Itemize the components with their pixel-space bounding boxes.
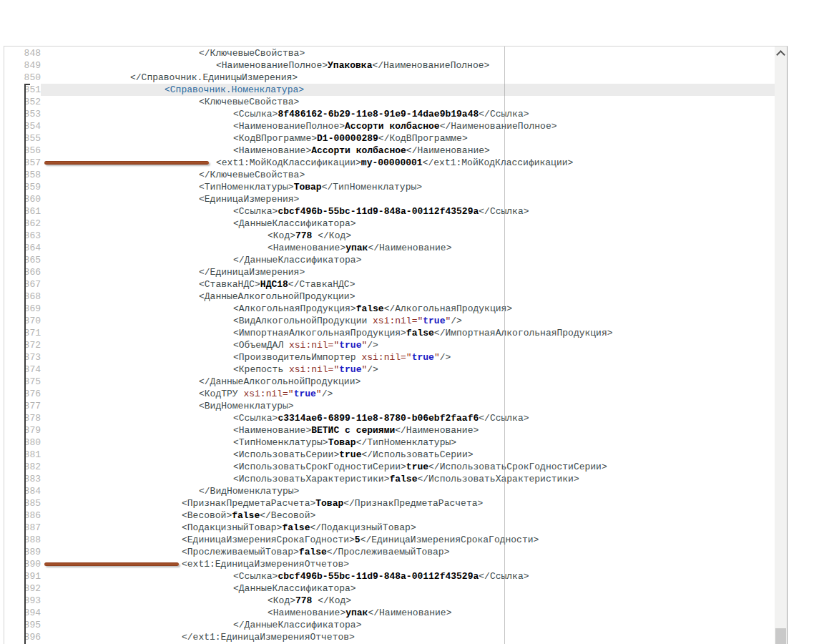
line-number: 890 [4, 558, 41, 570]
code-text: <ИмпортнаяАлкогольнаяПродукция>false</Им… [41, 327, 775, 339]
code-line[interactable]: 888<ЕдиницаИзмеренияСрокаГодности>5</Еди… [4, 534, 775, 546]
code-line[interactable]: 875</ДанныеАлкогольнойПродукции> [4, 376, 775, 388]
code-text: <ОбъемДАЛ xsi:nil="true"/> [41, 339, 775, 351]
line-number: 886 [4, 509, 41, 522]
line-number: 891 [4, 570, 41, 582]
code-text: <Справочник.Номенклатура> [41, 84, 775, 96]
code-line[interactable]: 887<ПодакцизныйТовар>false</ПодакцизныйТ… [4, 522, 775, 534]
code-text: <КлючевыеСвойства> [41, 96, 775, 108]
scrollbar-thumb[interactable] [775, 628, 786, 644]
code-line[interactable]: 896</ext1:ЕдиницаИзмеренияОтчетов> [4, 631, 775, 643]
code-line[interactable]: 890<ext1:ЕдиницаИзмеренияОтчетов> [4, 558, 775, 570]
code-line[interactable]: 863<Код>778 </Код> [4, 230, 775, 242]
code-line[interactable]: 867<СтавкаНДС>НДС18</СтавкаНДС> [4, 278, 775, 291]
code-text: <ПризнакПредметаРасчета>Товар</ПризнакПр… [41, 497, 775, 509]
code-line[interactable]: 881<ИспользоватьСерии>true</Использовать… [4, 449, 775, 461]
code-line[interactable]: 862<ДанныеКлассификатора> [4, 218, 775, 230]
code-line[interactable]: 883<ИспользоватьХарактеристики>false</Ис… [4, 473, 775, 485]
code-line[interactable]: 858</КлючевыеСвойства> [4, 169, 775, 181]
line-number: 883 [4, 473, 41, 485]
code-line[interactable]: 885<ПризнакПредметаРасчета>Товар</Призна… [4, 497, 775, 509]
line-number: 877 [4, 400, 41, 412]
code-text: <Ссылка>c3314ae6-6899-11e8-8780-b06ebf2f… [41, 412, 775, 424]
line-number: 893 [4, 595, 41, 607]
line-number: 858 [4, 169, 41, 181]
line-number: 880 [4, 436, 41, 449]
code-line[interactable]: 857<ext1:МойКодКлассификации>my-00000001… [4, 157, 775, 169]
code-text: <Крепость xsi:nil="true"/> [41, 364, 775, 376]
line-number: 879 [4, 424, 41, 436]
code-line[interactable]: 861<Ссылка>cbcf496b-55bc-11d9-848a-00112… [4, 205, 775, 218]
code-line[interactable]: 848</КлючевыеСвойства> [4, 47, 775, 59]
code-line[interactable]: 854<НаименованиеПолное>Ассорти колбасное… [4, 120, 775, 132]
code-text: </ДанныеАлкогольнойПродукции> [41, 376, 775, 388]
chevron-up-icon [776, 50, 785, 59]
line-number: 878 [4, 412, 41, 424]
code-line[interactable]: 891<Ссылка>cbcf496b-55bc-11d9-848a-00112… [4, 570, 775, 582]
code-line[interactable]: 880<ТипНоменклатуры>Товар</ТипНоменклату… [4, 436, 775, 449]
code-text: <ТипНоменклатуры>Товар</ТипНоменклатуры> [41, 436, 775, 449]
code-line[interactable]: 877<ВидНоменклатуры> [4, 400, 775, 412]
code-line[interactable]: 882<ИспользоватьСрокГодностиСерии>true</… [4, 461, 775, 473]
code-text: <Наименование>упак</Наименование> [41, 607, 775, 619]
code-line[interactable]: 855<КодВПрограмме>D1-00000289</КодВПрогр… [4, 132, 775, 145]
code-line[interactable]: 893<Код>778 </Код> [4, 595, 775, 607]
line-number: 854 [4, 120, 41, 132]
code-line[interactable]: 895</ДанныеКлассификатора> [4, 619, 775, 631]
line-number: 894 [4, 607, 41, 619]
code-text: <Наименование>ВЕТИС с сериями</Наименова… [41, 424, 775, 436]
code-text: </КлючевыеСвойства> [41, 169, 775, 181]
code-text: <ЕдиницаИзмерения> [41, 193, 775, 205]
code-text: <Ссылка>cbcf496b-55bc-11d9-848a-00112f43… [41, 570, 775, 582]
code-line[interactable]: 873<ПроизводительИмпортер xsi:nil="true"… [4, 351, 775, 364]
code-line[interactable]: 872<ОбъемДАЛ xsi:nil="true"/> [4, 339, 775, 351]
line-number: 873 [4, 351, 41, 364]
code-text: <Весовой>false</Весовой> [41, 509, 775, 522]
code-line[interactable]: 849<НаименованиеПолное>Упаковка</Наимено… [4, 59, 775, 72]
code-line[interactable]: 879<Наименование>ВЕТИС с сериями</Наимен… [4, 424, 775, 436]
code-line[interactable]: 868<ДанныеАлкогольнойПродукции> [4, 291, 775, 303]
line-number: 889 [4, 546, 41, 558]
code-line-selected[interactable]: 851<Справочник.Номенклатура> [4, 84, 775, 96]
code-line[interactable]: 865</ДанныеКлассификатора> [4, 254, 775, 266]
line-number: 866 [4, 266, 41, 278]
line-number: 867 [4, 278, 41, 291]
line-number: 857 [4, 157, 41, 169]
code-text: <НаименованиеПолное>Упаковка</Наименован… [41, 59, 775, 72]
line-number: 881 [4, 449, 41, 461]
code-line[interactable]: 889<ПрослеживаемыйТовар>false</Прослежив… [4, 546, 775, 558]
code-line[interactable]: 894<Наименование>упак</Наименование> [4, 607, 775, 619]
code-line[interactable]: 864<Наименование>упак</Наименование> [4, 242, 775, 254]
line-number: 864 [4, 242, 41, 254]
code-line[interactable]: 878<Ссылка>c3314ae6-6899-11e8-8780-b06eb… [4, 412, 775, 424]
code-line[interactable]: 850</Справочник.ЕдиницыИзмерения> [4, 72, 775, 84]
code-line[interactable]: 886<Весовой>false</Весовой> [4, 509, 775, 522]
code-line[interactable]: 853<Ссылка>8f486162-6b29-11e8-91e9-14dae… [4, 108, 775, 120]
code-line[interactable]: 870<ВидАлкогольнойПродукции xsi:nil="tru… [4, 315, 775, 327]
code-line[interactable]: 860<ЕдиницаИзмерения> [4, 193, 775, 205]
code-text: </ext1:ЕдиницаИзмеренияОтчетов> [41, 631, 775, 643]
code-line[interactable]: 852<КлючевыеСвойства> [4, 96, 775, 108]
code-text: <Код>778 </Код> [41, 595, 775, 607]
code-line[interactable]: 856<Наименование>Ассорти колбасное</Наим… [4, 145, 775, 157]
code-line[interactable]: 876<КодТРУ xsi:nil="true"/> [4, 388, 775, 400]
line-number: 851 [4, 84, 41, 96]
code-line[interactable]: 884</ВидНоменклатуры> [4, 485, 775, 497]
code-text: <СтавкаНДС>НДС18</СтавкаНДС> [41, 278, 775, 291]
scroll-up-button[interactable] [775, 47, 787, 59]
code-line[interactable]: 892<ДанныеКлассификатора> [4, 582, 775, 595]
line-number: 853 [4, 108, 41, 120]
code-lines: 848</КлючевыеСвойства>849<НаименованиеПо… [4, 47, 775, 644]
line-number: 862 [4, 218, 41, 230]
code-text: </ДанныеКлассификатора> [41, 619, 775, 631]
code-line[interactable]: 866</ЕдиницаИзмерения> [4, 266, 775, 278]
code-text: <Ссылка>8f486162-6b29-11e8-91e9-14dae9b1… [41, 108, 775, 120]
code-line[interactable]: 859<ТипНоменклатуры>Товар</ТипНоменклату… [4, 181, 775, 193]
code-line[interactable]: 869<АлкогольнаяПродукция>false</Алкоголь… [4, 303, 775, 315]
code-text: </ЕдиницаИзмерения> [41, 266, 775, 278]
code-line[interactable]: 874<Крепость xsi:nil="true"/> [4, 364, 775, 376]
vertical-scrollbar[interactable] [775, 47, 787, 644]
line-number: 895 [4, 619, 41, 631]
code-line[interactable]: 871<ИмпортнаяАлкогольнаяПродукция>false<… [4, 327, 775, 339]
code-text: <Наименование>упак</Наименование> [41, 242, 775, 254]
